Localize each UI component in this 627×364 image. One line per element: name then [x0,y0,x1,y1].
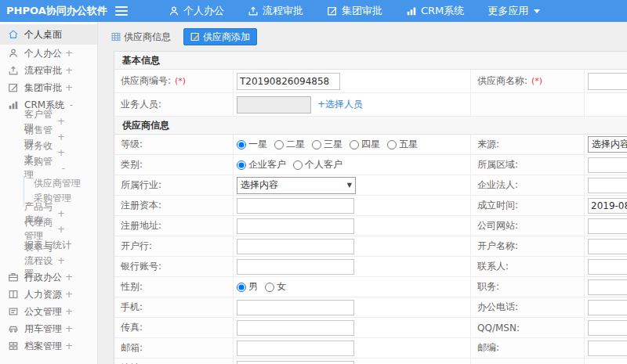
level-radio[interactable] [274,140,284,150]
expand-icon[interactable]: + [65,306,73,317]
tab-supplier-info[interactable]: 供应商信息 [105,28,177,45]
form-row: 性别: 男 女 职务: [114,277,627,297]
level-radio[interactable] [237,140,246,150]
nav-crm-system[interactable]: CRM系统 [406,4,464,18]
top-nav: 个人办公 流程审批 集团审批 CRM系统 更多应用 [169,4,540,18]
gender-radio[interactable] [265,283,274,292]
form-row: 业务人员: +选择人员 [114,93,627,117]
sidebar-item-agent-mgmt[interactable]: 代理商管理 + [0,222,97,237]
form-add-icon [190,32,200,41]
supplier-no-label: 供应商编号: [121,74,171,88]
expand-icon[interactable]: + [65,272,73,283]
sidebar-item-personal-office[interactable]: 个人办公 + [0,45,97,62]
fax-input[interactable] [237,320,354,336]
account-name-input[interactable] [588,239,627,254]
upload-icon [248,5,259,16]
archive-icon [8,341,19,351]
level-radio[interactable] [387,140,397,150]
sidebar-item-document-mgmt[interactable]: 公文管理 + [0,303,97,320]
expand-icon[interactable]: + [65,289,73,300]
qq-msn-label: QQ/MSN: [477,323,520,333]
contact-label: 联系人: [477,260,509,273]
industry-select[interactable]: 选择内容▼ [237,177,356,194]
zip-input[interactable] [588,341,627,356]
expand-icon[interactable]: + [65,48,73,59]
chart-icon [8,99,19,110]
form-row: 地址: [114,359,627,364]
office-phone-input[interactable] [588,300,627,315]
category-radio[interactable] [237,160,246,170]
email-input[interactable] [237,341,354,356]
website-label: 公司网站: [477,219,518,232]
expand-icon[interactable]: + [57,116,65,127]
supplier-no-input[interactable] [237,73,340,90]
nav-workflow-approval[interactable]: 流程审批 [248,4,303,18]
expand-icon[interactable]: + [57,132,65,142]
expand-icon[interactable]: + [57,208,65,219]
chevron-down-icon: ▼ [347,182,352,189]
registered-capital-input[interactable] [237,198,354,214]
home-icon [8,29,19,40]
collapse-icon[interactable]: - [62,163,65,174]
supplier-add-form: 基本信息 供应商编号: (*) 供应商名称: (*) 业务人员: [114,51,627,364]
sidebar: 个人桌面 个人办公 + 流程审批 + 集团审批 + CRM系统 - 客户管理 +… [0,22,98,364]
expand-icon[interactable]: + [65,82,73,93]
sidebar-item-form-flow-settings[interactable]: 表单与流程设置 + [0,253,97,268]
form-row: 注册地址: 公司网站: [114,216,627,236]
sidebar-item-supplier-mgmt[interactable]: 供应商管理 [24,176,97,191]
expand-icon[interactable]: + [57,255,65,266]
required-mark: (*) [531,76,542,86]
founded-date-label: 成立时间: [477,199,518,212]
sidebar-item-vehicle-mgmt[interactable]: 用车管理 + [0,320,97,337]
category-radio[interactable] [293,160,303,170]
expand-icon[interactable]: + [65,65,73,76]
gender-radio[interactable] [237,283,246,292]
nav-personal-office[interactable]: 个人办公 [169,4,224,18]
zip-label: 邮编: [477,341,499,355]
website-input[interactable] [588,218,627,234]
people-icon [8,289,19,300]
form-row: 类别: 企业客户 个人客户 所属区域: [114,155,627,175]
nav-more-apps[interactable]: 更多应用 [487,4,540,18]
form-row: 开户行: 开户名称: [114,236,627,257]
expand-icon[interactable]: + [65,323,73,334]
sidebar-item-purchase-mgmt[interactable]: 采购管理 - [0,160,97,176]
category-label: 类别: [121,158,143,171]
contact-input[interactable] [588,259,627,275]
sidebar-item-group-approval[interactable]: 集团审批 + [0,79,97,96]
region-input[interactable] [588,157,627,173]
bank-account-input[interactable] [237,259,354,275]
sidebar-item-hr[interactable]: 人力资源 + [0,286,97,303]
sidebar-item-archive-mgmt[interactable]: 档案管理 + [0,337,97,355]
form-row: 邮箱: 邮编: [114,338,627,359]
tab-supplier-add[interactable]: 供应商添加 [183,28,257,45]
sales-person-label: 业务人员: [121,98,161,111]
sidebar-item-workflow-approval[interactable]: 流程审批 + [0,62,97,79]
address-input[interactable] [237,361,354,364]
supplier-name-input[interactable] [588,73,627,90]
mobile-input[interactable] [237,300,354,315]
position-input[interactable] [588,279,627,295]
chart-icon [406,5,417,16]
bank-input[interactable] [237,239,354,254]
sidebar-item-personal-desktop[interactable]: 个人桌面 [0,24,97,45]
choose-person-link[interactable]: +选择人员 [317,98,363,111]
account-name-label: 开户名称: [477,240,518,253]
founded-date-input[interactable] [588,198,627,214]
sales-person-input[interactable] [237,96,311,114]
car-icon [8,323,19,334]
source-select[interactable]: 选择内容▼ [588,136,627,153]
qq-msn-input[interactable] [588,320,627,336]
document-icon [8,306,19,317]
sidebar-item-admin-office[interactable]: 行政办公 + [0,268,97,286]
expand-icon[interactable]: + [57,224,65,235]
legal-person-input[interactable] [588,178,627,193]
level-radio[interactable] [350,140,359,150]
level-radio[interactable] [312,140,321,150]
expand-icon[interactable]: + [65,341,73,351]
nav-group-approval[interactable]: 集团审批 [327,4,382,18]
menu-toggle-icon[interactable] [115,6,128,16]
collapse-icon[interactable]: - [70,99,73,110]
registered-address-input[interactable] [237,218,354,234]
source-label: 来源: [477,138,499,151]
